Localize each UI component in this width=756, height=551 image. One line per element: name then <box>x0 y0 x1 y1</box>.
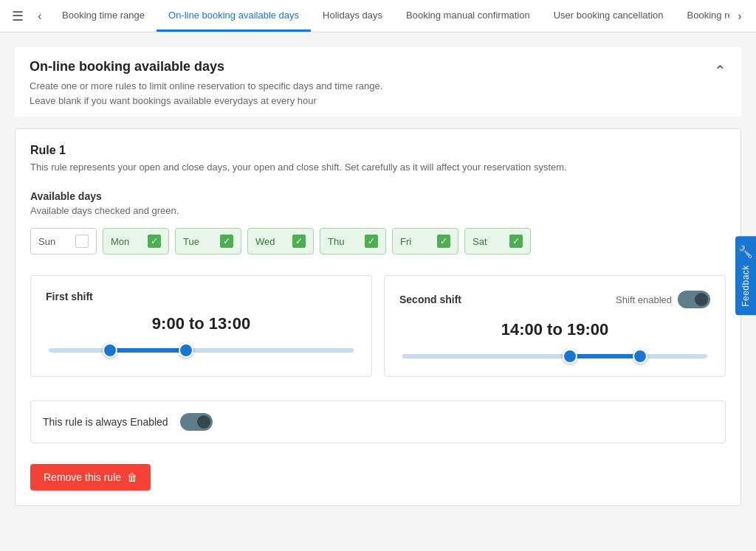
day-label-wed: Wed <box>255 236 275 247</box>
feedback-sidebar[interactable]: 🔧 Feedback <box>735 236 756 316</box>
day-checkbox-fri[interactable]: ✓ <box>437 235 450 248</box>
page-description-line1: Create one or more rules to limit online… <box>30 79 382 94</box>
page-header-text: On-line booking available days Create on… <box>30 59 382 108</box>
shift-enabled-toggle-container: Shift enabled <box>616 291 710 308</box>
day-checkbox-sun[interactable] <box>75 235 89 248</box>
first-shift-header: First shift <box>46 291 357 302</box>
nav-tabs: Booking time rangeOn-line booking availa… <box>50 0 729 32</box>
rule-title: Rule 1 <box>30 144 726 157</box>
second-shift-header: Second shift Shift enabled <box>399 291 710 308</box>
second-shift-slider[interactable] <box>402 354 707 358</box>
remove-rule-button[interactable]: Remove this rule 🗑 <box>30 464 151 491</box>
second-shift-box: Second shift Shift enabled 14:00 to 19:0… <box>384 275 726 377</box>
always-enabled-label: This rule is always Enabled <box>43 416 168 428</box>
first-shift-box: First shift 9:00 to 13:00 <box>30 275 372 377</box>
day-checkbox-sat[interactable]: ✓ <box>509 235 523 248</box>
day-item-fri[interactable]: Fri✓ <box>392 228 458 254</box>
nav-back-arrow[interactable]: ‹ <box>30 6 50 27</box>
first-shift-thumb-right[interactable] <box>179 343 193 358</box>
day-item-sat[interactable]: Sat✓ <box>464 228 531 254</box>
day-label-thu: Thu <box>328 236 344 247</box>
days-row: SunMon✓Tue✓Wed✓Thu✓Fri✓Sat✓ <box>30 228 726 254</box>
day-label-sat: Sat <box>472 236 487 247</box>
second-shift-slider-fill <box>570 354 640 358</box>
day-item-sun[interactable]: Sun <box>30 228 97 254</box>
menu-icon[interactable]: ☰ <box>6 4 30 28</box>
second-shift-label: Second shift <box>399 294 461 305</box>
trash-icon: 🗑 <box>127 471 137 483</box>
day-item-mon[interactable]: Mon✓ <box>103 228 169 254</box>
day-label-fri: Fri <box>400 236 411 247</box>
feedback-icon: 🔧 <box>738 245 753 259</box>
nav-tab-holidays-days[interactable]: Holidays days <box>311 0 394 32</box>
rule-description: This rule represents your open and close… <box>30 162 726 173</box>
page-title: On-line booking available days <box>30 59 382 74</box>
available-days-title: Available days <box>30 190 726 202</box>
first-shift-slider-fill <box>110 348 186 353</box>
first-shift-thumb-left[interactable] <box>103 343 117 358</box>
top-navigation: ☰ ‹ Booking time rangeOn-line booking av… <box>0 0 756 32</box>
shift-enabled-toggle[interactable] <box>678 291 710 308</box>
available-days-subtitle: Available days checked and green. <box>30 205 726 216</box>
collapse-icon[interactable]: ⌃ <box>714 62 726 80</box>
day-checkbox-wed[interactable]: ✓ <box>292 235 306 248</box>
nav-tab-on-line-booking-available-days[interactable]: On-line booking available days <box>157 0 311 32</box>
always-enabled-row: This rule is always Enabled <box>30 401 726 443</box>
day-label-mon: Mon <box>111 236 129 247</box>
shift-enabled-toggle-knob <box>695 293 708 306</box>
always-enabled-toggle-knob <box>197 415 210 429</box>
second-shift-thumb-right[interactable] <box>633 349 647 364</box>
shift-enabled-label: Shift enabled <box>616 294 672 305</box>
second-shift-time: 14:00 to 19:00 <box>399 320 710 339</box>
page-header: On-line booking available days Create on… <box>15 47 741 117</box>
day-checkbox-tue[interactable]: ✓ <box>220 235 233 248</box>
nav-tab-booking-rescheduling[interactable]: Booking rescheduling <box>676 0 729 32</box>
nav-forward-arrow[interactable]: › <box>729 6 750 27</box>
day-checkbox-mon[interactable]: ✓ <box>148 235 161 248</box>
day-checkbox-thu[interactable]: ✓ <box>365 235 378 248</box>
nav-tab-booking-time-range[interactable]: Booking time range <box>50 0 157 32</box>
feedback-label: Feedback <box>740 265 751 307</box>
second-shift-thumb-left[interactable] <box>563 349 577 364</box>
day-label-tue: Tue <box>183 236 199 247</box>
nav-tab-booking-manual-confirmation[interactable]: Booking manual confirmation <box>394 0 542 32</box>
always-enabled-toggle[interactable] <box>180 413 213 431</box>
nav-tab-user-booking-cancellation[interactable]: User booking cancellation <box>542 0 676 32</box>
day-item-wed[interactable]: Wed✓ <box>247 228 314 254</box>
day-label-sun: Sun <box>38 236 55 247</box>
first-shift-label: First shift <box>46 291 93 302</box>
day-item-tue[interactable]: Tue✓ <box>175 228 241 254</box>
remove-rule-label: Remove this rule <box>44 471 121 483</box>
main-content: On-line booking available days Create on… <box>0 32 756 551</box>
rule-card: Rule 1 This rule represents your open an… <box>15 128 741 506</box>
page-description-line2: Leave blank if you want bookings availab… <box>30 94 382 108</box>
first-shift-slider[interactable] <box>49 348 354 353</box>
shifts-row: First shift 9:00 to 13:00 Second shift S… <box>30 275 726 377</box>
first-shift-time: 9:00 to 13:00 <box>46 314 357 333</box>
day-item-thu[interactable]: Thu✓ <box>320 228 386 254</box>
